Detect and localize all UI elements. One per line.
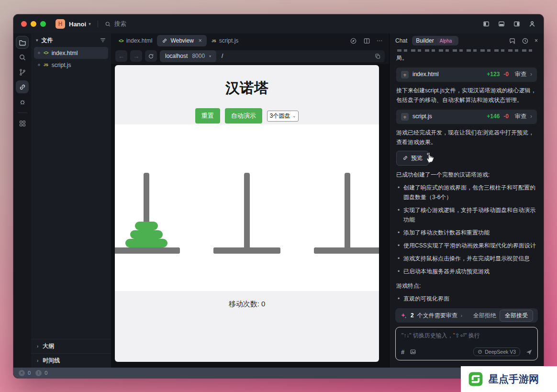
tab-script-js[interactable]: JS script.js	[207, 35, 243, 46]
close-window-button[interactable]	[21, 21, 27, 27]
review-link[interactable]: 审查	[515, 112, 526, 122]
toggle-bottom-panel-icon[interactable]	[498, 21, 505, 27]
forward-button[interactable]: →	[130, 50, 142, 62]
diff-removed: -0	[503, 112, 509, 122]
tab-label: Webview	[170, 37, 193, 44]
file-change-card-index[interactable]: + index.html +123 -0 审查 ›	[396, 67, 537, 82]
outline-label: 大纲	[43, 342, 54, 350]
model-name: DeepSeek V3	[485, 349, 516, 355]
timeline-section[interactable]: › 时间线	[31, 353, 111, 368]
review-link[interactable]: 审查	[515, 70, 526, 79]
reset-button[interactable]: 重置	[195, 108, 220, 123]
debug-icon[interactable]	[16, 95, 29, 108]
tab-chat[interactable]: Chat	[395, 37, 407, 44]
file-item-index-html[interactable]: <> index.html	[34, 47, 108, 59]
path-value[interactable]: /	[222, 53, 375, 59]
filter-icon[interactable]	[100, 37, 106, 44]
outline-section[interactable]: › 大纲	[31, 339, 111, 353]
maximize-window-button[interactable]	[40, 21, 46, 27]
history-icon[interactable]	[522, 37, 529, 45]
add-file-icon: +	[401, 113, 409, 121]
close-panel-icon[interactable]: ×	[535, 37, 538, 44]
app-window: H Hanoi ▾ 搜索	[13, 14, 544, 378]
toggle-right-panel-icon[interactable]	[513, 21, 521, 27]
account-icon[interactable]	[528, 20, 536, 28]
auto-demo-button[interactable]: 自动演示	[225, 108, 262, 123]
disk-large[interactable]	[125, 239, 167, 247]
close-tab-icon[interactable]: ×	[199, 37, 202, 44]
peg-rod-2[interactable]	[244, 173, 250, 247]
warnings-count: 0	[45, 370, 47, 376]
peg-base-1[interactable]	[115, 247, 180, 254]
webview-toolbar: ← → localhost 8000 ▾ /	[111, 48, 389, 64]
accept-all-button[interactable]: 全部接受	[500, 310, 533, 322]
search-sidebar-icon[interactable]	[16, 51, 29, 64]
chevron-right-icon[interactable]: ›	[461, 313, 462, 318]
editor-area: <> index.html Webview × JS script.js	[111, 34, 389, 368]
disk-medium[interactable]	[130, 230, 163, 239]
tab-builder[interactable]: Builder Alpha	[412, 36, 458, 45]
reload-button[interactable]	[145, 50, 157, 62]
toggle-left-panel-icon[interactable]	[482, 21, 490, 27]
host-value: localhost	[165, 53, 188, 59]
diff-removed: -0	[503, 70, 509, 79]
more-actions-icon[interactable]: ⋯	[377, 37, 382, 44]
chevron-down-icon[interactable]: ▾	[89, 22, 91, 26]
chat-input-placeholder: "↑↓" 切换历史输入，"⇧⏎" 换行	[401, 332, 480, 340]
new-chat-icon[interactable]	[509, 37, 516, 45]
list-item: 已启动本地服务器并成功预览游戏	[403, 267, 537, 277]
reject-all-button[interactable]: 全部拒绝	[473, 312, 496, 320]
tab-index-html[interactable]: <> index.html	[114, 35, 157, 46]
minimize-window-button[interactable]	[31, 21, 36, 27]
peg-base-2[interactable]	[213, 247, 280, 254]
chevron-right-icon: ›	[530, 70, 532, 79]
feature-list-1: 创建了响应式的游戏界面，包含三根柱子和可配置的圆盘数量（3-6个） 实现了核心游…	[396, 183, 537, 276]
project-name[interactable]: Hanoi	[69, 21, 86, 28]
chat-messages: 局。 + index.html +123 -0 审查 › 接下来创建script…	[390, 48, 544, 306]
context-hash-icon[interactable]: #	[401, 348, 404, 356]
disk-small[interactable]	[135, 222, 158, 230]
address-bar[interactable]: localhost 8000 ▾ /	[160, 50, 385, 62]
chevron-right-icon: ›	[37, 344, 38, 349]
chat-input[interactable]: "↑↓" 切换历史输入，"⇧⏎" 换行 # DeepSeek V3	[395, 327, 538, 360]
sparkle-icon	[400, 312, 407, 319]
global-search[interactable]: 搜索	[105, 20, 126, 28]
game-title: 汉诺塔	[115, 78, 379, 98]
webview-panel-icon[interactable]	[16, 80, 29, 93]
files-section-header[interactable]: ▾ 文件	[31, 34, 111, 47]
port-value: 8000	[192, 53, 205, 59]
watermark-brand: 星点手游网	[489, 372, 539, 386]
file-change-card-script[interactable]: + script.js +146 -0 审查 ›	[396, 110, 537, 124]
watermark: 星点手游网	[461, 366, 557, 392]
peg-base-3[interactable]	[314, 247, 379, 254]
file-item-script-js[interactable]: JS script.js	[34, 59, 108, 71]
explorer-icon[interactable]	[16, 36, 29, 49]
model-selector[interactable]: DeepSeek V3	[473, 347, 520, 356]
back-button[interactable]: ←	[115, 50, 127, 62]
split-editor-icon[interactable]	[363, 37, 370, 45]
feature-list-2: 直观的可视化界面 交互式的圆盘移动 自动演示递归解法 实时步数统计 支持不同难度…	[396, 294, 537, 307]
js-icon: JS	[44, 63, 48, 67]
source-control-icon[interactable]	[16, 66, 29, 78]
builder-label: Builder	[416, 37, 434, 44]
preview-label: 预览	[411, 154, 423, 163]
warnings-icon[interactable]: !	[35, 370, 42, 376]
list-item: 使用CSS实现了平滑的动画效果和现代化的界面设计	[403, 241, 537, 251]
open-in-browser-icon[interactable]	[350, 37, 357, 45]
send-icon[interactable]	[525, 348, 533, 356]
extensions-icon[interactable]	[16, 117, 29, 130]
list-item: 实现了核心游戏逻辑，支持手动移动圆盘和自动演示功能	[403, 206, 537, 225]
divider	[98, 21, 98, 27]
peg-rod-3[interactable]	[345, 173, 350, 247]
chevron-down-icon[interactable]: ▾	[209, 54, 211, 58]
sidebar-explorer: ▾ 文件 <> index.html JS script.js › 大纲	[31, 34, 111, 368]
errors-icon[interactable]: ×	[19, 370, 25, 376]
copy-url-icon[interactable]	[375, 53, 381, 59]
divider	[18, 112, 27, 113]
tab-webview[interactable]: Webview ×	[157, 35, 206, 46]
project-avatar[interactable]: H	[56, 19, 65, 29]
host-port-segment[interactable]: localhost 8000 ▾	[160, 50, 216, 62]
attach-image-icon[interactable]	[410, 348, 416, 355]
disk-count-select[interactable]: 3个圆盘 ⌄	[267, 111, 299, 122]
preview-button[interactable]: 预览	[396, 151, 429, 166]
